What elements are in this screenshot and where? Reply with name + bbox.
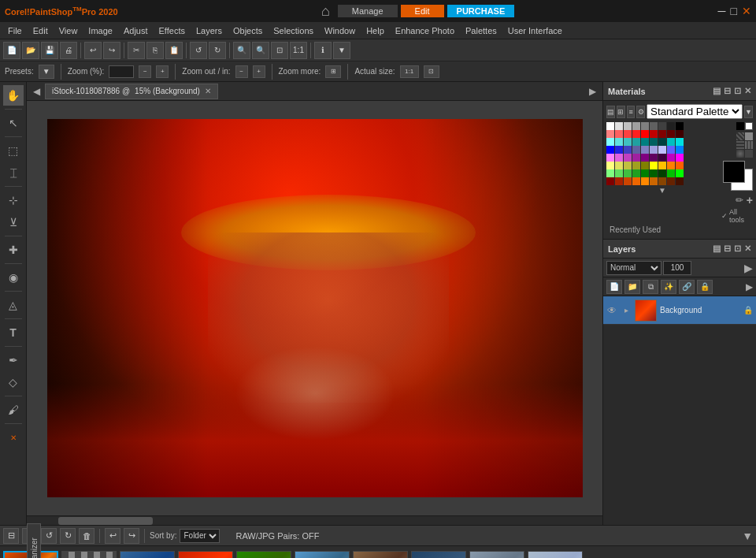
presets-dropdown-button[interactable]: ▼ [39,65,54,79]
swatch-view-btn-2[interactable]: ⊞ [617,106,625,118]
home-icon[interactable]: ⌂ [321,3,330,20]
color-swatch[interactable] [650,162,658,169]
actual-size-btn[interactable]: 1:1 [400,65,419,78]
pen-icon[interactable]: ✏ [736,195,743,206]
color-swatch[interactable] [632,177,640,185]
palette-more-btn[interactable]: ▼ [606,186,718,195]
freehand-tool[interactable]: ⌶ [3,162,24,183]
menu-window[interactable]: Window [320,24,360,37]
menu-file[interactable]: File [3,24,27,37]
paint-bucket-tool[interactable]: ◬ [3,295,24,315]
color-swatch[interactable] [676,130,684,138]
layers-list[interactable]: 👁 ▸ Background 🔒 [603,296,756,525]
color-swatch[interactable] [676,177,684,185]
color-swatch[interactable] [641,122,649,130]
swatch-settings-btn[interactable]: ⚙ [636,106,645,118]
filmstrip-thumb-4[interactable] [178,551,233,559]
filmstrip-thumb-3[interactable] [120,551,175,559]
menu-objects[interactable]: Objects [228,24,267,37]
color-swatch[interactable] [624,162,632,169]
color-swatch[interactable] [650,154,658,162]
copy-button[interactable]: ⎘ [146,42,164,59]
filmstrip-prev-btn[interactable]: ↩ [105,528,120,544]
color-swatch[interactable] [658,138,666,146]
canvas-tab[interactable]: iStock-1018087886 @ 15% (Background) ✕ [45,84,218,99]
menu-selections[interactable]: Selections [269,24,318,37]
tab-prev-arrow[interactable]: ◀ [30,86,43,97]
layers-list-more-btn[interactable]: ▶ [746,281,753,292]
maximize-button[interactable]: □ [731,5,737,17]
layers-collapse-btn[interactable]: ⊟ [724,244,731,254]
pattern-swatch-3[interactable] [736,141,744,149]
color-swatch[interactable] [632,154,640,162]
color-swatch[interactable] [658,130,666,138]
tab-close-button[interactable]: ✕ [205,87,211,95]
sort-by-select[interactable]: Folder [180,529,220,543]
close-tab-btn[interactable]: ✕ [3,427,24,448]
layer-link-btn[interactable]: 🔗 [679,280,695,294]
more-button[interactable]: ▼ [333,42,350,59]
zoom-minus-btn[interactable]: − [139,65,151,78]
organizer-tab[interactable]: Organizer [27,523,41,558]
filmstrip-next-btn[interactable]: ↪ [124,528,139,544]
layers-float-btn[interactable]: ⊡ [734,244,741,254]
color-swatch[interactable] [650,146,658,154]
menu-user-interface[interactable]: User Interface [503,24,567,37]
color-swatch[interactable] [606,162,614,169]
crop-tool[interactable]: ⊹ [3,190,24,210]
palette-dropdown-btn[interactable]: ▼ [744,106,753,118]
color-swatch[interactable] [624,122,632,130]
color-swatch[interactable] [606,177,614,185]
pattern-swatch-1[interactable] [736,132,744,140]
filmstrip-rotate-right-btn[interactable]: ↻ [60,528,76,544]
layer-item-background[interactable]: 👁 ▸ Background 🔒 [603,296,756,325]
healing-tool[interactable]: ✚ [3,240,24,260]
color-swatch[interactable] [624,146,632,154]
layer-visibility-icon[interactable]: 👁 [606,305,617,316]
color-swatch[interactable] [606,138,614,146]
color-swatch[interactable] [667,177,675,185]
pattern-swatch-6[interactable] [745,150,753,158]
text-tool[interactable]: T [3,322,24,343]
opacity-input[interactable] [663,261,691,275]
duplicate-layer-btn[interactable]: ⧉ [643,280,658,294]
canvas-scroll-thumb-h[interactable] [58,517,153,525]
color-swatch[interactable] [667,130,675,138]
color-swatch[interactable] [615,154,623,162]
menu-effects[interactable]: Effects [154,24,190,37]
filmstrip-thumb-2[interactable] [61,551,117,559]
filmstrip-collapse-btn[interactable]: ▼ [742,530,753,542]
color-swatch[interactable] [615,177,623,185]
materials-collapse-btn[interactable]: ⊟ [724,86,731,96]
pattern-swatch-5[interactable] [736,150,744,158]
color-swatch[interactable] [641,154,649,162]
filmstrip-thumb-6[interactable] [295,551,350,559]
color-swatch[interactable] [606,122,614,130]
filmstrip-thumb-10[interactable] [528,551,583,559]
save-button[interactable]: 💾 [41,42,58,59]
filmstrip-thumb-8[interactable] [411,551,466,559]
info-button[interactable]: ℹ [314,42,332,59]
menu-help[interactable]: Help [361,24,389,37]
filmstrip-thumb-7[interactable] [353,551,408,559]
color-swatch[interactable] [676,146,684,154]
color-swatch[interactable] [615,138,623,146]
color-swatch[interactable] [632,162,640,169]
layer-lock-btn[interactable]: 🔒 [697,280,713,294]
zoom-out-button[interactable]: 🔍 [252,42,269,59]
color-swatch[interactable] [650,169,658,177]
minimize-button[interactable]: ─ [718,5,726,17]
pan-tool[interactable]: ✋ [3,85,24,106]
menu-adjust[interactable]: Adjust [119,24,153,37]
color-swatch[interactable] [676,154,684,162]
color-swatch[interactable] [650,130,658,138]
add-color-icon[interactable]: + [747,194,753,206]
filmstrip-rotate-left-btn[interactable]: ↺ [41,528,57,544]
blend-mode-select[interactable]: Normal [606,261,662,275]
redo-button[interactable]: ↪ [103,42,120,59]
pattern-swatch-2[interactable] [745,132,753,140]
foreground-color-swatch[interactable] [723,161,745,183]
color-swatch[interactable] [641,169,649,177]
selection-tool[interactable]: ↖ [3,113,24,133]
filmstrip-delete-btn[interactable]: 🗑 [79,528,94,544]
